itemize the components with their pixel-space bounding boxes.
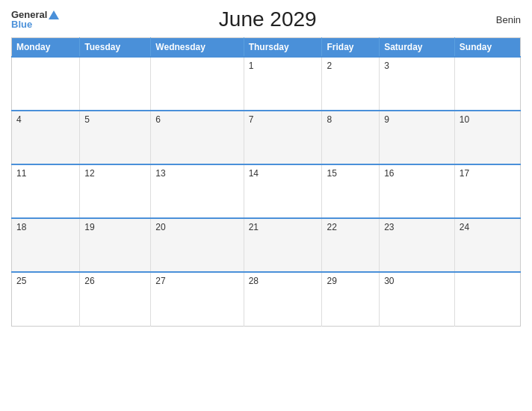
header-sunday: Sunday (454, 38, 520, 58)
calendar-day-cell: 26 (80, 272, 151, 326)
day-number: 3 (384, 61, 389, 71)
calendar-day-cell: 12 (80, 164, 151, 218)
day-number: 20 (155, 222, 165, 232)
calendar-day-cell: 27 (151, 272, 244, 326)
calendar-day-cell: 20 (151, 218, 244, 272)
day-number: 11 (16, 168, 26, 179)
day-number: 29 (327, 276, 336, 286)
day-number: 13 (155, 168, 165, 179)
country-label: Benin (476, 14, 521, 25)
day-number: 1 (249, 61, 254, 71)
calendar-day-cell (80, 57, 151, 111)
calendar-day-cell: 30 (380, 272, 455, 326)
calendar-week-row: 18192021222324 (12, 218, 521, 272)
calendar-day-cell (151, 57, 244, 111)
calendar-day-cell (454, 57, 520, 111)
calendar-day-cell: 14 (244, 164, 322, 218)
day-number: 30 (384, 276, 394, 286)
calendar-week-row: 11121314151617 (12, 164, 521, 218)
calendar-day-cell: 6 (151, 111, 244, 164)
calendar-table: Monday Tuesday Wednesday Thursday Friday… (11, 37, 521, 327)
calendar-day-cell: 5 (80, 111, 151, 164)
logo-triangle-icon (49, 10, 59, 19)
day-number: 27 (155, 276, 165, 286)
calendar-day-cell: 1 (244, 57, 322, 111)
calendar-week-row: 123 (12, 57, 521, 111)
calendar-day-cell: 15 (322, 164, 380, 218)
logo-blue-text: Blue (11, 19, 32, 29)
day-number: 24 (460, 222, 469, 232)
weekday-header-row: Monday Tuesday Wednesday Thursday Friday… (12, 38, 521, 58)
day-number: 8 (327, 114, 332, 125)
calendar-day-cell: 17 (454, 164, 520, 218)
calendar-day-cell: 10 (454, 111, 520, 164)
day-number: 9 (384, 114, 389, 125)
header-friday: Friday (322, 38, 380, 58)
calendar-day-cell: 3 (380, 57, 455, 111)
calendar-day-cell: 7 (244, 111, 322, 164)
day-number: 18 (16, 222, 26, 232)
calendar-day-cell: 24 (454, 218, 520, 272)
calendar-day-cell: 11 (12, 164, 80, 218)
header: General Blue June 2029 Benin (11, 7, 521, 31)
calendar-day-cell: 9 (380, 111, 455, 164)
header-monday: Monday (12, 38, 80, 58)
calendar-title: June 2029 (59, 7, 476, 31)
header-tuesday: Tuesday (80, 38, 151, 58)
day-number: 16 (384, 168, 394, 179)
calendar-day-cell (454, 272, 520, 326)
calendar-day-cell: 8 (322, 111, 380, 164)
day-number: 7 (249, 114, 254, 125)
logo: General Blue (11, 10, 59, 29)
day-number: 28 (249, 276, 259, 286)
day-number: 5 (84, 114, 90, 125)
calendar-page: General Blue June 2029 Benin Monday Tues… (0, 0, 532, 411)
header-saturday: Saturday (380, 38, 455, 58)
day-number: 14 (249, 168, 259, 179)
calendar-day-cell: 21 (244, 218, 322, 272)
day-number: 17 (460, 168, 469, 179)
calendar-day-cell: 13 (151, 164, 244, 218)
header-thursday: Thursday (244, 38, 322, 58)
calendar-day-cell: 28 (244, 272, 322, 326)
header-wednesday: Wednesday (151, 38, 244, 58)
calendar-week-row: 45678910 (12, 111, 521, 164)
day-number: 15 (327, 168, 336, 179)
day-number: 4 (16, 114, 22, 125)
day-number: 21 (249, 222, 259, 232)
day-number: 2 (327, 61, 332, 71)
calendar-day-cell: 25 (12, 272, 80, 326)
day-number: 19 (84, 222, 94, 232)
calendar-day-cell: 22 (322, 218, 380, 272)
day-number: 6 (155, 114, 161, 125)
calendar-day-cell: 19 (80, 218, 151, 272)
calendar-week-row: 252627282930 (12, 272, 521, 326)
calendar-day-cell: 16 (380, 164, 455, 218)
day-number: 10 (460, 114, 469, 125)
day-number: 12 (84, 168, 94, 179)
calendar-day-cell: 4 (12, 111, 80, 164)
calendar-day-cell: 18 (12, 218, 80, 272)
calendar-day-cell (12, 57, 80, 111)
calendar-day-cell: 29 (322, 272, 380, 326)
calendar-day-cell: 23 (380, 218, 455, 272)
calendar-day-cell: 2 (322, 57, 380, 111)
day-number: 22 (327, 222, 336, 232)
day-number: 26 (84, 276, 94, 286)
day-number: 25 (16, 276, 26, 286)
day-number: 23 (384, 222, 394, 232)
